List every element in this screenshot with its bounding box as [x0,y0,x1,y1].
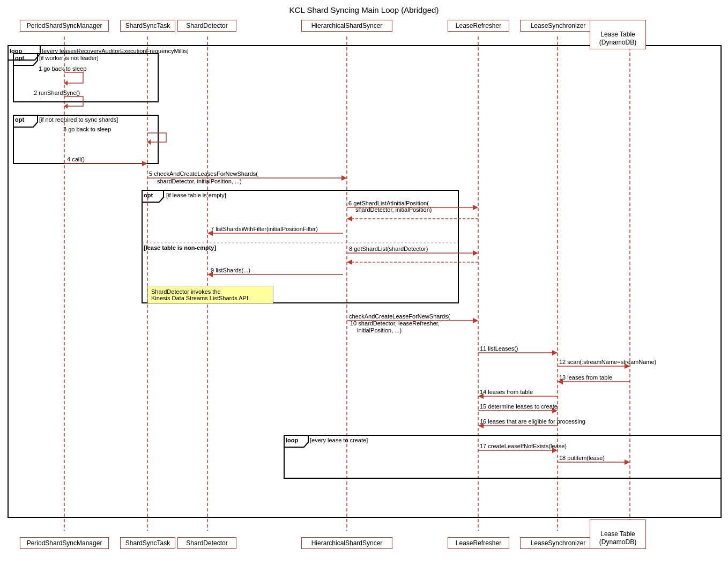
svg-text:8 getShardList(shardDetector): 8 getShardList(shardDetector) [349,246,428,252]
participant-hss-bottom: HierarchicalShardSyncer [301,537,392,549]
svg-text:13 leases from table: 13 leases from table [559,374,612,381]
svg-text:1 go back to sleep: 1 go back to sleep [39,65,86,72]
participant-lr-bottom: LeaseRefresher [448,537,509,549]
diagram-svg: loop [every leasesRecoveryAuditorExecuti… [0,0,728,564]
svg-text:checkAndCreateLeaseForNewShard: checkAndCreateLeaseForNewShards( [349,313,450,320]
svg-text:[lease table is non-empty]: [lease table is non-empty] [144,244,216,251]
svg-text:shardDetector, initialPosition: shardDetector, initialPosition) [355,206,432,213]
svg-marker-80 [478,423,484,428]
svg-text:initialPosition, ...): initialPosition, ...) [357,327,402,333]
svg-text:14 leases from table: 14 leases from table [480,389,533,395]
svg-marker-86 [625,459,630,465]
participant-hss-top: HierarchicalShardSyncer [301,20,392,32]
svg-text:5 checkAndCreateLeasesForNewSh: 5 checkAndCreateLeasesForNewShards( [149,170,258,177]
svg-text:17 createLeaseIfNotExists(leas: 17 createLeaseIfNotExists(lease) [480,443,567,449]
svg-rect-25 [284,435,721,478]
svg-marker-77 [552,408,558,413]
note-listshards: ShardDetector invokes theKinesis Data St… [147,286,273,304]
svg-marker-20 [142,190,164,202]
participant-sst-bottom: ShardSyncTask [120,537,175,549]
svg-text:12 scan(:streamName=streamName: 12 scan(:streamName=streamName) [559,359,656,365]
svg-text:2 runShardSync(): 2 runShardSync() [34,90,80,96]
svg-marker-12 [13,54,38,65]
svg-marker-49 [207,231,213,236]
svg-text:loop: loop [286,437,298,443]
svg-text:10  shardDetector, leaseRefres: 10 shardDetector, leaseRefresher, [350,320,440,326]
svg-text:15 determine leases to create: 15 determine leases to create [480,403,558,410]
svg-text:[every lease to create]: [every lease to create] [310,437,368,443]
svg-text:16 leases that are eligible fo: 16 leases that are eligible for processi… [480,418,585,425]
svg-text:18 putitem(lease): 18 putitem(lease) [559,455,605,461]
participant-lt-bottom: Lease Table(DynamoDB) [590,520,646,549]
svg-rect-15 [13,115,158,164]
svg-marker-60 [473,318,478,323]
svg-text:[if worker is not leader]: [if worker is not leader] [39,55,99,61]
participant-sst-top: ShardSyncTask [120,20,175,32]
svg-marker-47 [347,216,352,221]
svg-text:[if lease table is empty]: [if lease table is empty] [166,192,226,198]
svg-text:shardDetector, initialPosition: shardDetector, initialPosition, ...) [157,178,242,184]
participant-lr-top: LeaseRefresher [448,20,509,32]
participant-sd-top: ShardDetector [177,20,236,32]
svg-text:[if not required to sync shard: [if not required to sync shards] [39,116,118,123]
svg-marker-74 [478,394,484,399]
svg-marker-65 [552,350,558,355]
svg-marker-57 [207,272,213,277]
svg-text:opt: opt [15,116,24,123]
diagram-container: KCL Shard Syncing Main Loop (Abridged) l… [0,0,728,564]
svg-marker-8 [8,46,40,60]
svg-text:4 call(): 4 call() [67,156,85,162]
participant-ls-bottom: LeaseSynchronizer [520,537,596,549]
svg-marker-71 [558,379,563,384]
svg-text:6 getShardListAtInitialPositio: 6 getShardListAtInitialPosition( [348,200,429,206]
participant-psm-bottom: PeriodShardSyncManager [20,537,109,549]
participant-ls-top: LeaseSynchronizer [520,20,596,32]
svg-marker-39 [341,175,347,181]
participant-sd-bottom: ShardDetector [177,537,236,549]
svg-marker-33 [147,139,151,145]
svg-marker-36 [142,161,147,166]
svg-text:7 listShardsWithFilter(initial: 7 listShardsWithFilter(initialPositionFi… [211,226,318,232]
svg-text:opt: opt [15,55,24,61]
svg-marker-55 [347,259,352,265]
svg-marker-26 [284,435,308,447]
svg-marker-83 [552,448,558,453]
svg-text:9 listShards(...): 9 listShards(...) [211,267,250,273]
svg-rect-11 [13,54,158,102]
svg-marker-31 [64,103,68,109]
diagram-title: KCL Shard Syncing Main Loop (Abridged) [0,0,728,17]
svg-rect-7 [8,46,721,517]
svg-marker-68 [625,363,630,369]
svg-marker-29 [64,80,68,86]
svg-text:3 go back to sleep: 3 go back to sleep [63,126,111,132]
svg-marker-52 [473,250,478,256]
svg-text:11 listLeases(): 11 listLeases() [480,345,518,352]
svg-text:loop: loop [10,48,22,54]
participant-psm-top: PeriodShardSyncManager [20,20,109,32]
svg-text:[every leasesRecoveryAuditorEx: [every leasesRecoveryAuditorExecutionFre… [42,48,189,54]
svg-marker-16 [13,115,38,127]
svg-text:opt: opt [144,192,153,198]
participant-lt-top: Lease Table(DynamoDB) [590,20,646,49]
svg-marker-43 [473,205,478,210]
